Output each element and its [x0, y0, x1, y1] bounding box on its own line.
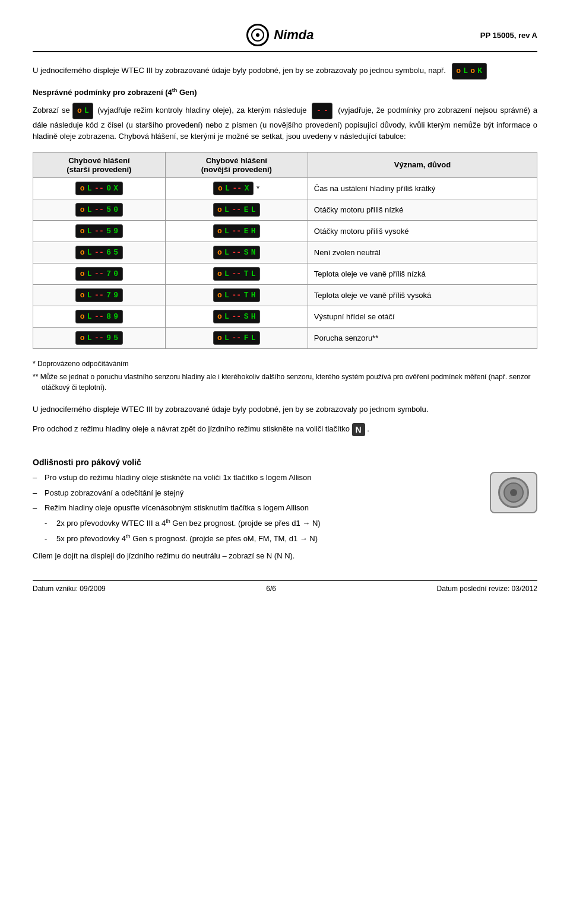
table-cell-meaning: Porucha senzoru**	[308, 327, 537, 348]
table-cell-new: o L -- X *	[165, 177, 308, 199]
header-logo: Nimda	[246, 24, 314, 46]
para3: Pro odchod z režimu hladiny oleje a návr…	[33, 423, 537, 436]
table-cell-old: o L -- 6 5	[33, 242, 166, 263]
section1-body: Zobrazí se o L (vyjadřuje režim kontroly…	[33, 103, 537, 142]
list-item: Režim hladiny oleje opusťte vícenásobným…	[33, 502, 537, 514]
table-header-old: Chybové hlášení(starší provedení)	[33, 152, 166, 177]
table-cell-old: o L -- 7 9	[33, 284, 166, 306]
table-row: o L -- 5 0 o L -- E	[33, 199, 537, 220]
table-cell-new: o L -- E L	[165, 199, 308, 220]
table-cell-new: o L -- T L	[165, 263, 308, 284]
list-item: Postup zobrazování a odečítání je stejný	[33, 487, 537, 499]
table-cell-meaning: Otáčky motoru příliš nízké	[308, 199, 537, 220]
table-row: o L -- 5 9 o L -- E	[33, 220, 537, 242]
para2: U jednociferného displeje WTEC III by zo…	[33, 404, 537, 415]
table-cell-new: o L -- E H	[165, 220, 308, 242]
N-button: N	[352, 423, 365, 436]
list-item-text: Pro vstup do režimu hladiny oleje stiskn…	[45, 473, 311, 482]
footnote2: ** Může se jednat o poruchu vlastního se…	[33, 371, 537, 393]
intro-text: U jednociferného displeje WTEC III by zo…	[33, 66, 446, 75]
table-header-new: Chybové hlášení(novější provedení)	[165, 152, 308, 177]
logo-name: Nimda	[274, 27, 314, 43]
table-cell-old: o L -- 8 9	[33, 306, 166, 327]
section1-title: Nesprávné podmínky pro zobrazení (4th Ge…	[33, 88, 197, 97]
table-cell-meaning: Otáčky motoru příliš vysoké	[308, 220, 537, 242]
list-item-text: Režim hladiny oleje opusťte vícenásobným…	[45, 503, 309, 512]
table-row: o L -- 7 0 o L -- T	[33, 263, 537, 284]
table-cell-old: o L -- 0 X	[33, 177, 166, 199]
footer-right: Datum poslední revize: 03/2012	[437, 585, 537, 593]
dash-led: - -	[312, 103, 332, 119]
table-cell-old: o L -- 5 0	[33, 199, 166, 220]
table-cell-new: o L -- S N	[165, 242, 308, 263]
list-item-text: 5x pro převodovky 4th Gen s prognost. (p…	[56, 534, 318, 543]
section1-heading: Nesprávné podmínky pro zobrazení (4th Ge…	[33, 87, 537, 99]
footnote1: * Doprovázeno odpočítáváním	[33, 358, 537, 369]
list-item: Pro vstup do režimu hladiny oleje stiskn…	[33, 472, 537, 484]
footer: Datum vzniku: 09/2009 6/6 Datum poslední…	[33, 580, 537, 593]
table-row: o L -- 0 X o L -- X	[33, 177, 537, 199]
table-cell-old: o L -- 5 9	[33, 220, 166, 242]
table-cell-new: o L -- S H	[165, 306, 308, 327]
logo-icon	[246, 24, 269, 46]
table-row: o L -- 6 5 o L -- S	[33, 242, 537, 263]
header-ref: PP 15005, rev A	[480, 31, 537, 40]
table-cell-meaning: Čas na ustálení hladiny příliš krátký	[308, 177, 537, 199]
oL-led: o L	[72, 103, 93, 119]
footer-left: Datum vzniku: 09/2009	[33, 585, 106, 593]
table-cell-meaning: Teplota oleje ve vaně příliš nízká	[308, 263, 537, 284]
bullet-list: Pro vstup do režimu hladiny oleje stiskn…	[33, 472, 537, 544]
list-item-text: Postup zobrazování a odečítání je stejný	[45, 488, 183, 497]
list-item-text: 2x pro převodovky WTEC III a 4th Gen bez…	[56, 519, 321, 528]
table-cell-meaning: Není zvolen neutrál	[308, 242, 537, 263]
page: Nimda PP 15005, rev A U jednociferného d…	[0, 0, 570, 605]
table-row: o L -- 7 9 o L -- T	[33, 284, 537, 306]
intro-paragraph: U jednociferného displeje WTEC III by zo…	[33, 63, 537, 80]
table-cell-old: o L -- 9 5	[33, 327, 166, 348]
table-header-meaning: Význam, důvod	[308, 152, 537, 177]
final-text: Cílem je dojít na displeji do jízdního r…	[33, 550, 537, 562]
para3-text1: Pro odchod z režimu hladiny oleje a návr…	[33, 425, 350, 434]
table-cell-new: o L -- F L	[165, 327, 308, 348]
table-row: o L -- 8 9 o L -- S	[33, 306, 537, 327]
error-table: Chybové hlášení(starší provedení) Chybov…	[33, 152, 537, 349]
header: Nimda PP 15005, rev A	[33, 24, 537, 52]
para3-text2: .	[367, 425, 369, 434]
table-row: o L -- 9 5 o L -- F	[33, 327, 537, 348]
list-item-sub: 5x pro převodovky 4th Gen s prognost. (p…	[33, 533, 537, 545]
footer-center: 6/6	[266, 585, 276, 593]
list-item-sub: 2x pro převodovky WTEC III a 4th Gen bez…	[33, 517, 537, 529]
table-cell-old: o L -- 7 0	[33, 263, 166, 284]
table-cell-new: o L -- T H	[165, 284, 308, 306]
section2-heading: Odlišnosti pro pákový volič	[33, 458, 537, 467]
table-cell-meaning: Teplota oleje ve vaně příliš vysoká	[308, 284, 537, 306]
intro-led: o L o K	[452, 63, 487, 80]
table-cell-meaning: Výstupní hřídel se otáčí	[308, 306, 537, 327]
